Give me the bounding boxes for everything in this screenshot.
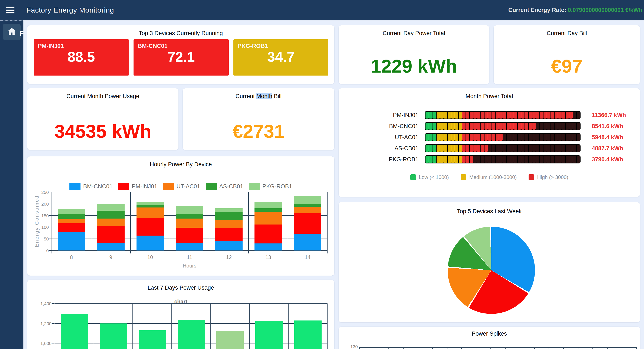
hourly-stacked-bar-chart[interactable]: 050100150200250891011121314 [52,192,327,251]
stacked-bar-segment[interactable] [215,220,242,228]
gauge-segment [562,112,565,118]
gauge-segment [426,134,429,141]
stacked-bar-segment[interactable] [176,243,204,251]
stacked-bar-segment[interactable] [176,228,204,243]
gridline [250,304,250,349]
segmented-gauge[interactable] [425,133,580,141]
legend-item[interactable]: PKG-ROB1 [249,183,292,190]
stacked-bar-segment[interactable] [97,219,124,226]
stacked-bar-segment[interactable] [58,209,85,214]
stacked-bar-segment[interactable] [294,213,321,234]
legend-item[interactable]: AS-CB01 [206,183,244,190]
stacked-bar-segment[interactable] [136,205,164,208]
stacked-bar-segment[interactable] [176,214,204,219]
gauge-segment [518,134,521,141]
last7-bar-chart[interactable]: 1,4001,2001,000 [55,304,327,349]
stacked-bar-segment[interactable] [58,223,85,232]
gauge-segment [514,156,517,163]
gauge-segment [462,112,466,118]
segmented-gauge[interactable] [425,122,580,130]
card-day-bill: Current Day Bill €97 [494,25,640,84]
gauge-segment [562,156,565,163]
gauge-segment [551,145,554,152]
bar[interactable] [61,314,88,349]
x-tick-label: 12 [209,254,248,260]
gauge-segment [436,145,440,152]
stacked-bar-segment[interactable] [294,204,321,207]
legend-item[interactable]: High (> 3000) [528,174,568,180]
stacked-bar-segment[interactable] [136,208,164,218]
gauge-segment [429,123,432,130]
x-tick [388,348,389,349]
stacked-bar-segment[interactable] [254,212,282,225]
gauge-segment [477,123,480,130]
gauge-segment [462,156,466,163]
legend-item[interactable]: Medium (1000-3000) [461,174,517,180]
top5-pie-chart[interactable] [448,227,535,314]
title-text: Current [236,93,256,99]
stacked-bar-segment[interactable] [176,206,204,214]
stacked-bar-segment[interactable] [136,236,164,251]
stacked-bar-segment[interactable] [136,218,164,236]
gridline [52,204,327,204]
gauge-segment [547,145,550,152]
gauge-segment [507,145,510,152]
gauge-segment [444,145,447,152]
stacked-bar-segment[interactable] [294,196,321,204]
gauge-segment [547,156,550,163]
stacked-bar-segment[interactable] [58,214,85,219]
stacked-bar-segment[interactable] [215,228,242,241]
gauge-segment [429,156,432,163]
stacked-bar-segment[interactable] [254,208,282,212]
gauge-segment [521,156,524,163]
gauge-segment [474,156,476,163]
stacked-bar-segment[interactable] [254,243,282,251]
stacked-bar-segment[interactable] [97,204,124,211]
legend-label: PM-INJ01 [132,183,157,190]
legend-item[interactable]: BM-CNC01 [70,183,112,190]
bar[interactable] [294,321,322,349]
gauge-segment [547,112,550,118]
bar[interactable] [178,320,205,349]
stacked-bar-segment[interactable] [215,241,242,251]
x-tick [447,348,448,349]
stacked-bar-segment[interactable] [294,207,321,213]
stacked-bar-segment[interactable] [97,211,124,219]
segmented-gauge[interactable] [425,144,580,152]
bar[interactable] [139,330,166,349]
gauge-segment [569,123,572,130]
stacked-bar-segment[interactable] [294,234,321,251]
home-button[interactable] [3,24,21,40]
stacked-bar-segment[interactable] [58,219,85,223]
stacked-bar-segment[interactable] [97,243,124,251]
legend-item[interactable]: Low (< 1000) [410,174,449,180]
stacked-bar-segment[interactable] [215,208,242,212]
segmented-gauge[interactable] [425,155,580,163]
stacked-bar-segment[interactable] [136,202,164,205]
stacked-bar-segment[interactable] [58,232,85,251]
gauge-segment [433,123,436,130]
hamburger-menu-icon[interactable] [6,6,14,13]
bar[interactable] [255,321,282,349]
stacked-bar-segment[interactable] [254,225,282,243]
legend-item[interactable]: PM-INJ01 [118,183,157,190]
gauge-segment [440,112,444,118]
energy-rate-value: 0.0790900000000001 [568,7,624,13]
stacked-bar-segment[interactable] [254,202,282,208]
stacked-bar-segment[interactable] [176,219,204,228]
gauge-segment [536,112,539,118]
segmented-gauge[interactable] [425,111,580,119]
gauge-segment [532,145,536,152]
legend-item[interactable]: UT-AC01 [163,183,200,190]
stacked-bar-segment[interactable] [97,226,124,243]
card-hourly-power: Hourly Power By Device BM-CNC01PM-INJ01U… [27,156,334,276]
stacked-bar-segment[interactable] [215,212,242,220]
gauge-segment [558,134,561,141]
gauge-segment [459,123,462,130]
bar[interactable] [216,331,244,349]
gauge-segment [532,112,536,118]
gauge-segment [429,112,432,118]
x-tick [563,348,564,349]
bar[interactable] [100,324,127,349]
gauge-segment [544,112,547,118]
